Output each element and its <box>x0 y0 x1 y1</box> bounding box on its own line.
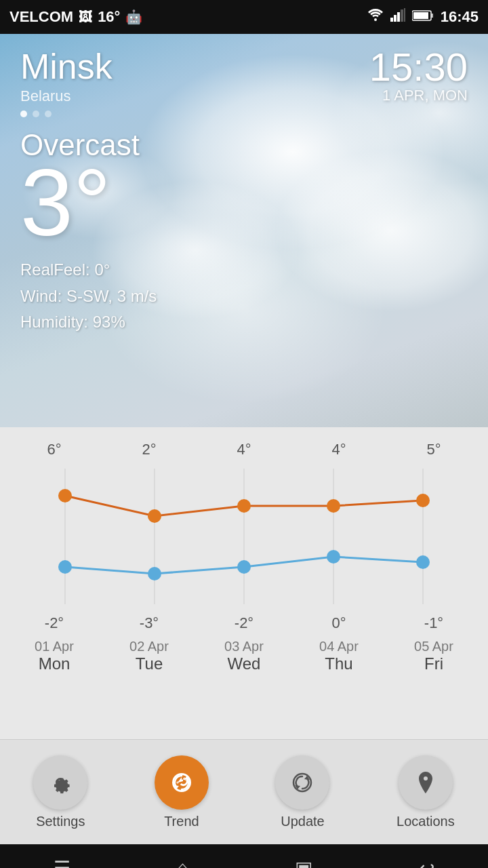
signal-icon <box>390 8 405 26</box>
date-0: 01 Apr Mon <box>27 639 81 673</box>
date-time-block: 15:30 1 APR, MON <box>369 47 468 104</box>
svg-rect-2 <box>394 15 396 22</box>
update-icon <box>289 769 316 796</box>
date-labels: 01 Apr Mon 02 Apr Tue 03 Apr Wed 04 Apr … <box>20 639 468 673</box>
svg-point-0 <box>374 18 377 21</box>
low-dot-1 <box>148 567 161 580</box>
back-button[interactable]: ↩ <box>419 857 434 869</box>
image-icon: 🖼 <box>79 9 92 25</box>
high-dot-0 <box>58 489 72 502</box>
nav-settings[interactable]: Settings <box>33 755 87 829</box>
bottom-nav: Settings Trend <box>0 739 488 844</box>
dot-active <box>20 111 27 117</box>
nav-update[interactable]: Update <box>275 755 329 829</box>
recent-button[interactable]: ▣ <box>295 857 312 869</box>
trend-icon-circle[interactable] <box>155 755 209 810</box>
low-temp-1: -3° <box>122 614 176 632</box>
date-4: 05 Apr Fri <box>407 639 461 673</box>
svg-rect-5 <box>404 8 405 22</box>
chart-container: 6° 2° 4° 4° 5° <box>0 427 488 739</box>
chart-svg <box>20 462 468 611</box>
weather-details: RealFeel: 0° Wind: S-SW, 3 m/s Humidity:… <box>20 257 468 335</box>
humidity-text: Humidity: 93% <box>20 309 468 335</box>
low-dot-3 <box>327 550 340 564</box>
trend-icon <box>168 769 195 796</box>
home-button[interactable]: ⌂ <box>177 857 188 868</box>
high-temp-2: 4° <box>217 441 271 458</box>
menu-button[interactable]: ☰ <box>54 857 70 869</box>
settings-icon-circle[interactable] <box>33 755 87 810</box>
low-temp-4: -1° <box>407 614 461 632</box>
update-label: Update <box>281 814 325 829</box>
date-2: 03 Apr Wed <box>217 639 271 673</box>
date-display: 1 APR, MON <box>369 87 468 104</box>
low-temp-3: 0° <box>312 614 366 632</box>
carrier-label: VELCOM <box>9 8 73 26</box>
high-temp-4: 5° <box>407 441 461 458</box>
status-right: 16:45 <box>367 8 479 26</box>
temperature-display: 3° <box>20 155 468 250</box>
robot-icon: 🤖 <box>125 9 142 25</box>
low-temp-labels: -2° -3° -2° 0° -1° <box>20 614 468 632</box>
svg-rect-7 <box>431 14 433 18</box>
temp-status: 16° <box>98 8 120 26</box>
locations-label: Locations <box>396 814 455 829</box>
wifi-icon <box>367 8 384 26</box>
svg-rect-3 <box>397 12 400 22</box>
status-bar: VELCOM 🖼 16° 🤖 <box>0 0 488 34</box>
svg-rect-8 <box>413 12 428 19</box>
battery-icon <box>412 8 434 26</box>
dot-2 <box>45 111 52 117</box>
update-icon-circle[interactable] <box>275 755 329 810</box>
high-dot-3 <box>327 499 340 513</box>
low-dot-2 <box>237 560 251 574</box>
svg-rect-1 <box>390 18 393 22</box>
weather-header: Minsk Belarus 15:30 1 APR, MON Overcast … <box>0 34 488 427</box>
realfeel-text: RealFeel: 0° <box>20 257 468 283</box>
clock-display: 16:45 <box>441 8 479 26</box>
status-left: VELCOM 🖼 16° 🤖 <box>9 8 142 26</box>
settings-label: Settings <box>36 814 85 829</box>
dot-1 <box>33 111 39 117</box>
nav-trend[interactable]: Trend <box>155 755 209 829</box>
high-dot-4 <box>416 494 430 507</box>
svg-rect-4 <box>401 9 403 22</box>
low-temp-0: -2° <box>27 614 81 632</box>
weather-content: Minsk Belarus 15:30 1 APR, MON Overcast … <box>0 34 488 349</box>
high-temp-0: 6° <box>27 441 81 458</box>
high-temp-3: 4° <box>312 441 366 458</box>
location-icon-circle[interactable] <box>399 755 453 810</box>
date-1: 02 Apr Tue <box>122 639 176 673</box>
nav-locations[interactable]: Locations <box>396 755 455 829</box>
high-dot-1 <box>148 509 161 523</box>
location-icon <box>412 769 439 796</box>
date-3: 04 Apr Thu <box>312 639 366 673</box>
trend-label: Trend <box>164 814 199 829</box>
high-temp-1: 2° <box>122 441 176 458</box>
high-temp-labels: 6° 2° 4° 4° 5° <box>20 441 468 458</box>
gear-icon <box>47 769 74 796</box>
chart-area: 6° 2° 4° 4° 5° <box>0 427 488 739</box>
wind-text: Wind: S-SW, 3 m/s <box>20 283 468 309</box>
android-nav: ☰ ⌂ ▣ ↩ <box>0 844 488 868</box>
page-dots <box>20 111 468 117</box>
high-dot-2 <box>237 499 251 513</box>
low-temp-2: -2° <box>217 614 271 632</box>
low-dot-0 <box>58 560 72 574</box>
low-dot-4 <box>416 555 430 569</box>
time-display: 15:30 <box>369 47 468 87</box>
